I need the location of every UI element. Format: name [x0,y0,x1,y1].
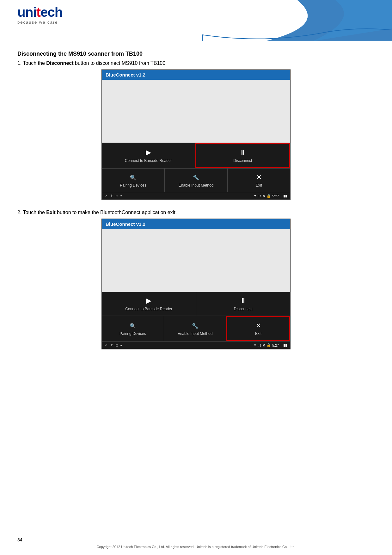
status-up-2: ↑ [280,343,282,347]
logo-tagline: because we care [17,20,62,25]
status-bar-2: ✓ ⇧ □ ≡ ▾ ↕ ! ⊠ 🔒 5:27 ↑ ▮▮ [102,342,290,349]
main-content: Disconnecting the MS910 scanner from TB1… [0,41,392,378]
button-row-2-screen2: Pairing Devices Enable Input Method Exit [102,316,290,342]
input-method-label-2: Enable Input Method [178,331,213,336]
button-row-2-screen1: Pairing Devices Enable Input Method Exit [102,169,290,192]
status-time-2: 5:27 [272,343,279,347]
connect-label-2: Connect to Barcode Reader [125,307,172,311]
app-titlebar-1: BlueConnect v1.2 [102,70,290,80]
status-signal-2: ▮▮ [283,343,287,347]
status-home-1: ⇧ [110,194,113,198]
status-up-1: ↑ [280,194,282,198]
status-left-2: ✓ ⇧ □ ≡ [105,343,122,347]
wrench-icon-1 [193,173,199,181]
exit-label-1: Exit [256,183,262,188]
screenshot-2: BlueConnect v1.2 Connect to Barcode Read… [101,219,291,349]
status-check-1: ✓ [105,194,108,198]
status-copy-1: □ [116,194,118,198]
logo-ech: ech [40,5,62,20]
search-icon-1 [130,173,136,181]
section-title-text: Disconnecting the MS910 scanner from TB1… [17,51,143,57]
disconnect-label-1: Disconnect [233,158,252,163]
footer: 34 Copyright 2012 Unitech Electronics Co… [0,545,392,549]
status-copy-2: □ [116,343,118,347]
step2-rest: button to make the BluetoothConnect appl… [56,210,177,215]
status-time-1: 5:27 [272,194,279,198]
step2-intro: 2. Touch the [17,210,46,215]
logo-text: unitech [17,6,62,19]
logo: unitech because we care [17,6,62,25]
step2-bold: Exit [46,210,55,215]
status-updown-2: ↕ [257,343,259,347]
input-method-btn-1[interactable]: Enable Input Method [165,169,228,192]
pairing-btn-1[interactable]: Pairing Devices [102,169,165,192]
connect-barcode-btn-2[interactable]: Connect to Barcode Reader [102,292,196,316]
play-icon-2 [146,297,151,305]
wrench-icon-2 [192,321,198,330]
status-updown-1: ↕ [257,194,259,198]
section-title: Disconnecting the MS910 scanner from TB1… [17,51,375,57]
pairing-label-2: Pairing Devices [119,331,146,336]
status-right-1: ▾ ↕ ! ⊠ 🔒 5:27 ↑ ▮▮ [254,194,287,198]
step2-text: 2. Touch the Exit button to make the Blu… [17,210,375,215]
button-row-1-screen1: Connect to Barcode Reader Disconnect [102,143,290,169]
status-signal-1: ▮▮ [283,194,287,198]
status-left-1: ✓ ⇧ □ ≡ [105,194,122,198]
status-lock-1: 🔒 [266,194,271,198]
status-menu-2: ≡ [120,343,122,347]
screenshot-1: BlueConnect v1.2 Connect to Barcode Read… [101,69,291,200]
status-msg-2: ⊠ [262,343,265,347]
status-bar-1: ✓ ⇧ □ ≡ ▾ ↕ ! ⊠ 🔒 5:27 ↑ ▮▮ [102,192,290,200]
status-right-2: ▾ ↕ ! ⊠ 🔒 5:27 ↑ ▮▮ [254,343,287,347]
status-menu-1: ≡ [120,194,122,198]
footer-copyright: Copyright 2012 Unitech Electronics Co., … [0,545,392,549]
x-icon-2 [256,321,261,330]
exit-btn-2-highlighted[interactable]: Exit [226,316,290,341]
status-check-2: ✓ [105,343,108,347]
button-row-1-screen2: Connect to Barcode Reader Disconnect [102,292,290,316]
x-icon-1 [256,173,262,181]
header: unitech because we care [0,0,392,41]
status-excl-2: ! [260,343,261,347]
status-home-2: ⇧ [110,343,113,347]
pairing-btn-2[interactable]: Pairing Devices [102,316,164,341]
logo-t: t [36,5,40,20]
page-number: 34 [17,537,22,542]
exit-btn-1[interactable]: Exit [228,169,290,192]
exit-label-2: Exit [255,331,261,336]
step1-rest: button to disconnect MS910 from TB100. [74,60,167,66]
play-icon-1 [146,148,151,157]
disconnect-btn-1-highlighted[interactable]: Disconnect [195,143,291,168]
status-excl-1: ! [260,194,261,198]
status-arrow-2: ▾ [254,343,256,347]
app-titlebar-2: BlueConnect v1.2 [102,219,290,229]
app-title-2: BlueConnect v1.2 [106,221,145,227]
connect-label-1: Connect to Barcode Reader [125,158,172,163]
connect-barcode-btn-1[interactable]: Connect to Barcode Reader [102,143,195,168]
step1-intro: 1. Touch the [17,60,46,66]
step1-text: 1. Touch the Disconnect button to discon… [17,60,375,66]
app-title-1: BlueConnect v1.2 [106,72,145,77]
step1-bold: Disconnect [46,60,73,66]
pause-icon-2 [240,297,247,305]
pause-icon-1 [239,148,246,157]
search-icon-2 [130,321,136,330]
app-content-1 [102,80,290,143]
input-method-btn-2[interactable]: Enable Input Method [164,316,226,341]
status-lock-2: 🔒 [266,343,271,347]
disconnect-label-2: Disconnect [234,307,253,311]
status-arrow-1: ▾ [254,194,256,198]
status-msg-1: ⊠ [262,194,265,198]
logo-uni: uni [17,5,36,20]
input-method-label-1: Enable Input Method [179,183,214,188]
pairing-label-1: Pairing Devices [120,183,146,188]
app-content-2 [102,229,290,292]
header-decoration [202,0,392,41]
disconnect-btn-2[interactable]: Disconnect [196,292,291,316]
